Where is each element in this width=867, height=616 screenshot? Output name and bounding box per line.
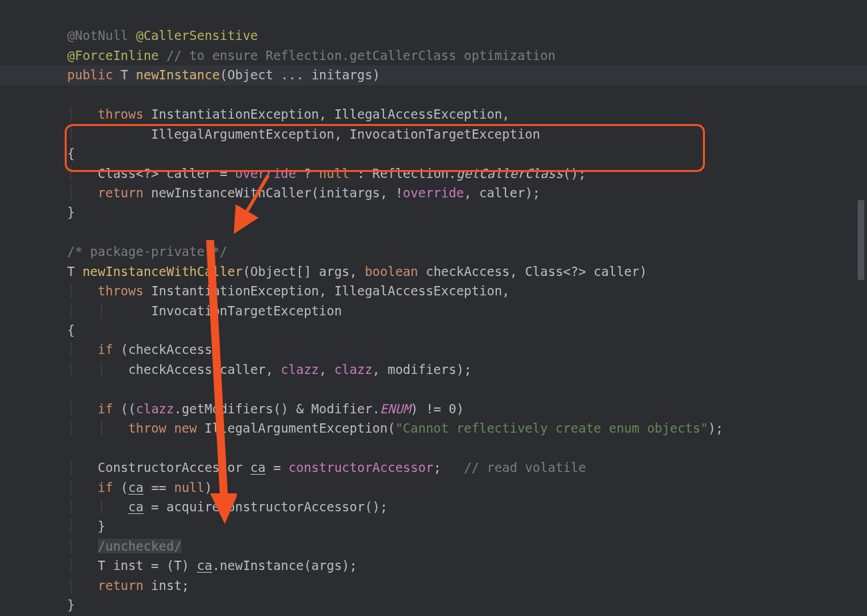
method-name: newInstanceWithCaller bbox=[83, 264, 243, 279]
code-line[interactable] bbox=[37, 225, 44, 239]
keyword-throws: throws bbox=[98, 107, 144, 121]
code-line[interactable]: T newInstanceWithCaller(Object[] args, b… bbox=[37, 264, 647, 279]
code-line[interactable]: /* package-private */ bbox=[37, 244, 227, 259]
code-line[interactable]: @NotNull @CallerSensitive bbox=[37, 28, 258, 43]
code-line[interactable]: │ if ((clazz.getModifiers() & Modifier.E… bbox=[37, 401, 464, 416]
method-name: newInstance bbox=[136, 67, 220, 82]
code-line[interactable]: │ IllegalArgumentException, InvocationTa… bbox=[37, 127, 540, 141]
annotation-notnull: @NotNull bbox=[67, 28, 129, 43]
code-line[interactable]: │ │ checkAccess(caller, clazz, clazz, mo… bbox=[37, 362, 472, 377]
line-comment: // to ensure Reflection.getCallerClass o… bbox=[167, 48, 556, 63]
vertical-scrollbar[interactable] bbox=[858, 0, 866, 616]
code-line[interactable]: } bbox=[37, 205, 75, 219]
code-line[interactable]: │ │ ca = acquireConstructorAccessor(); bbox=[37, 499, 387, 514]
code-line-current[interactable]: public T newInstance(Object ... initargs… bbox=[0, 65, 867, 85]
code-line[interactable]: { bbox=[37, 146, 75, 161]
code-line[interactable]: │ } bbox=[37, 519, 105, 533]
static-field-enum: ENUM bbox=[380, 401, 411, 416]
scrollbar-thumb[interactable] bbox=[858, 200, 864, 280]
keyword-throw-new: throw new bbox=[128, 421, 197, 435]
code-text: Class<?> caller = bbox=[98, 166, 235, 181]
code-line[interactable] bbox=[37, 441, 44, 455]
keyword-null: null bbox=[319, 166, 349, 181]
keyword-if: if bbox=[98, 480, 113, 495]
code-line[interactable]: } bbox=[37, 597, 75, 612]
code-line[interactable]: │ throws InstantiationException, Illegal… bbox=[37, 107, 510, 121]
exceptions: IllegalArgumentException, InvocationTarg… bbox=[151, 127, 540, 141]
suppressed-comment: /unchecked/ bbox=[98, 539, 182, 553]
keyword-public: public bbox=[67, 67, 113, 82]
field-override: override bbox=[403, 185, 464, 200]
field-override: override bbox=[235, 166, 296, 181]
code-line[interactable]: @ForceInline // to ensure Reflection.get… bbox=[37, 48, 556, 63]
code-line[interactable]: { bbox=[37, 323, 75, 337]
annotation-forceinline: @ForceInline bbox=[67, 48, 159, 63]
code-line[interactable]: │ return inst; bbox=[37, 578, 189, 593]
code-line[interactable]: │ Class<?> caller = override ? null : Re… bbox=[37, 166, 586, 181]
code-line[interactable]: │ throws InstantiationException, Illegal… bbox=[37, 283, 510, 298]
annotation-callersensitive: @CallerSensitive bbox=[136, 28, 258, 43]
code-line[interactable]: │ if (ca == null) { bbox=[37, 480, 227, 495]
code-line[interactable]: │ ConstructorAccessor ca = constructorAc… bbox=[37, 460, 586, 475]
keyword-boolean: boolean bbox=[365, 264, 418, 279]
code-line[interactable]: │ │ InvocationTargetException bbox=[37, 303, 342, 318]
block-comment: /* package-private */ bbox=[67, 244, 227, 259]
keyword-if: if bbox=[98, 401, 113, 416]
keyword-if: if bbox=[98, 342, 113, 357]
method-params: (Object ... initargs) bbox=[220, 67, 380, 82]
keyword-return: return bbox=[98, 578, 144, 593]
code-line[interactable] bbox=[37, 381, 44, 396]
keyword-return: return bbox=[98, 185, 144, 200]
static-method: getCallerClass bbox=[456, 166, 563, 181]
line-comment: // read volatile bbox=[464, 460, 586, 475]
code-line[interactable]: │ /unchecked/ bbox=[37, 539, 181, 553]
code-line[interactable]: │ │ throw new IllegalArgumentException("… bbox=[37, 421, 724, 435]
code-editor[interactable]: @NotNull @CallerSensitive @ForceInline /… bbox=[0, 0, 867, 616]
keyword-throws: throws bbox=[98, 283, 144, 298]
code-line[interactable]: │ T inst = (T) ca.newInstance(args); bbox=[37, 558, 357, 573]
code-line[interactable]: │ return newInstanceWithCaller(initargs,… bbox=[37, 185, 540, 200]
string-literal: "Cannot reflectively create enum objects… bbox=[395, 421, 708, 435]
keyword-null: null bbox=[174, 480, 205, 495]
code-line[interactable]: │ if (checkAccess) bbox=[37, 342, 220, 357]
exceptions: InstantiationException, IllegalAccessExc… bbox=[151, 107, 510, 121]
return-type: T bbox=[121, 67, 128, 82]
